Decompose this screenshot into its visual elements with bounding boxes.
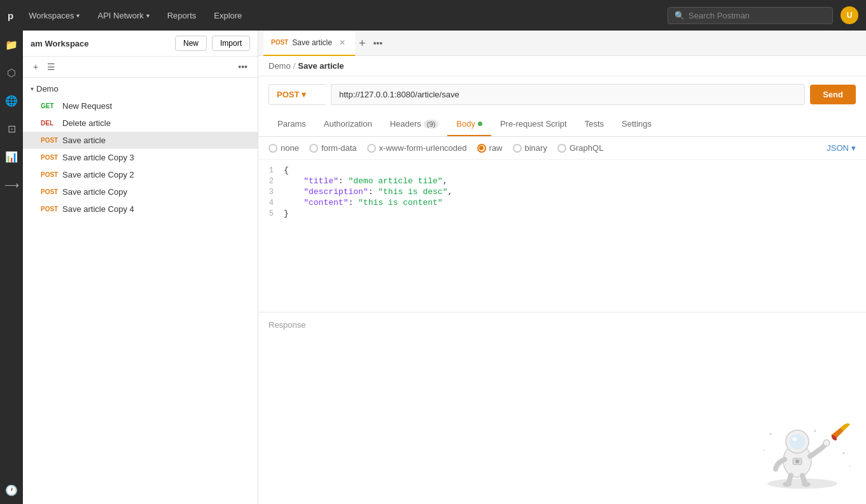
- search-bar[interactable]: 🔍 Search Postman: [667, 7, 833, 24]
- request-name: Save article Copy: [62, 187, 127, 197]
- avatar[interactable]: U: [841, 6, 858, 24]
- collection-header-demo[interactable]: ▾ Demo: [23, 80, 258, 97]
- json-format-dropdown[interactable]: JSON▾: [827, 143, 856, 153]
- line-content[interactable]: "content": "this is content": [284, 198, 866, 207]
- content-area: POST Save article ✕ + ••• Demo / Save ar…: [258, 31, 866, 504]
- line-content[interactable]: }: [284, 209, 866, 218]
- response-title: Response: [269, 320, 306, 330]
- sub-tab-headers[interactable]: Headers (9): [381, 113, 448, 136]
- sub-tab-params[interactable]: Params: [269, 113, 315, 136]
- nav-logo: p: [8, 10, 13, 21]
- filter-icon[interactable]: ☰: [45, 60, 58, 73]
- sub-tab-pre-request-script[interactable]: Pre-request Script: [491, 113, 576, 136]
- svg-point-11: [770, 433, 772, 435]
- body-option-raw[interactable]: raw: [477, 143, 503, 153]
- nav-api-network[interactable]: API Network ▾: [90, 7, 157, 24]
- body-option-x-www-form-urlencoded[interactable]: x-www-form-urlencoded: [367, 143, 467, 153]
- request-name: Save article: [62, 136, 106, 145]
- svg-point-0: [767, 479, 837, 489]
- breadcrumb-parent[interactable]: Demo: [269, 61, 291, 71]
- sidebar-request-item[interactable]: DEL Delete article: [23, 115, 258, 132]
- body-option-graphql[interactable]: GraphQL: [557, 143, 603, 153]
- sub-tab-body[interactable]: Body: [447, 113, 491, 136]
- top-nav: p Workspaces ▾ API Network ▾ Reports Exp…: [0, 0, 866, 31]
- url-input[interactable]: [331, 84, 805, 105]
- tab-close-icon[interactable]: ✕: [337, 38, 347, 48]
- mock-servers-icon[interactable]: ⊡: [3, 120, 20, 137]
- method-badge: POST: [41, 188, 59, 195]
- tab-more-icon[interactable]: •••: [369, 38, 386, 48]
- new-button[interactable]: New: [175, 36, 207, 51]
- chevron-down-icon: ▾: [31, 85, 34, 92]
- body-option-binary[interactable]: binary: [513, 143, 547, 153]
- monitors-icon[interactable]: 📊: [3, 148, 20, 165]
- environments-icon[interactable]: 🌐: [3, 92, 20, 109]
- line-content[interactable]: "description": "this is desc",: [284, 187, 866, 197]
- sidebar-request-item[interactable]: GET New Request: [23, 97, 258, 115]
- sidebar-requests: GET New Request DEL Delete article POST …: [23, 97, 258, 218]
- astronaut-illustration: [751, 409, 853, 491]
- radio-label: raw: [489, 143, 503, 153]
- request-bar: POST ▾ Send: [269, 84, 856, 105]
- sidebar-request-item[interactable]: POST Save article Copy 4: [23, 200, 258, 218]
- collection-name: Demo: [36, 84, 59, 94]
- svg-point-10: [830, 434, 837, 441]
- nav-reports[interactable]: Reports: [160, 7, 204, 24]
- breadcrumb: Demo / Save article: [258, 56, 866, 76]
- body-option-form-data[interactable]: form-data: [309, 143, 357, 153]
- method-label: POST: [277, 90, 299, 99]
- sidebar-request-item[interactable]: POST Save article Copy 2: [23, 166, 258, 183]
- sub-tab-settings[interactable]: Settings: [613, 113, 660, 136]
- line-content[interactable]: "title": "demo article tile",: [284, 176, 866, 186]
- svg-point-6: [783, 482, 792, 487]
- radio-label: x-www-form-urlencoded: [379, 143, 467, 153]
- flows-icon[interactable]: ⟶: [3, 176, 20, 193]
- line-number: 3: [258, 187, 284, 197]
- body-option-none[interactable]: none: [269, 143, 299, 153]
- code-line: 4 "content": "this is content": [258, 197, 866, 208]
- nav-workspaces[interactable]: Workspaces ▾: [21, 7, 87, 24]
- sidebar-content: ▾ Demo GET New Request DEL Delete articl…: [23, 78, 258, 504]
- request-name: Save article Copy 3: [62, 153, 134, 162]
- radio-circle: [309, 144, 318, 153]
- icon-strip: 📁 ⬡ 🌐 ⊡ 📊 ⟶ 🕐: [0, 31, 23, 504]
- code-line: 3 "description": "this is desc",: [258, 186, 866, 197]
- collections-icon[interactable]: 📁: [3, 36, 20, 53]
- line-content[interactable]: {: [284, 165, 866, 175]
- chevron-down-icon: ▾: [851, 143, 856, 153]
- history-icon[interactable]: 🕐: [3, 481, 20, 499]
- radio-circle: [477, 144, 486, 153]
- radio-circle: [269, 144, 277, 153]
- method-chevron-icon: ▾: [302, 90, 306, 99]
- tab-save-article[interactable]: POST Save article ✕: [263, 31, 355, 56]
- send-button[interactable]: Send: [810, 85, 856, 104]
- sub-tab-tests[interactable]: Tests: [576, 113, 613, 136]
- nav-explore[interactable]: Explore: [206, 7, 249, 24]
- dot-indicator: [478, 122, 482, 126]
- radio-label: form-data: [321, 143, 357, 153]
- sidebar-request-item[interactable]: POST Save article: [23, 132, 258, 149]
- sidebar: am Workspace New Import + ☰ ••• ▾ Demo G…: [23, 31, 258, 504]
- add-icon[interactable]: +: [31, 60, 41, 73]
- apis-icon[interactable]: ⬡: [3, 64, 20, 81]
- sidebar-request-item[interactable]: POST Save article Copy 3: [23, 149, 258, 166]
- new-tab-button[interactable]: +: [355, 38, 370, 49]
- import-button[interactable]: Import: [212, 36, 250, 51]
- workspace-title: am Workspace: [31, 39, 170, 48]
- radio-label: none: [281, 143, 299, 153]
- search-icon: 🔍: [674, 11, 685, 20]
- method-select[interactable]: POST ▾: [269, 84, 326, 105]
- method-badge: POST: [41, 171, 59, 178]
- line-number: 1: [258, 165, 284, 175]
- request-name: Save article Copy 4: [62, 204, 134, 214]
- more-options-icon[interactable]: •••: [235, 60, 250, 73]
- body-options: noneform-datax-www-form-urlencodedrawbin…: [258, 137, 866, 160]
- sub-tabs: ParamsAuthorizationHeaders (9)Body Pre-r…: [258, 113, 866, 137]
- method-badge: GET: [41, 102, 59, 109]
- method-badge: POST: [41, 137, 59, 144]
- radio-label: GraphQL: [569, 143, 603, 153]
- breadcrumb-separator: /: [293, 61, 296, 71]
- sidebar-request-item[interactable]: POST Save article Copy: [23, 183, 258, 200]
- code-editor[interactable]: 1{2 "title": "demo article tile",3 "desc…: [258, 160, 866, 312]
- sub-tab-authorization[interactable]: Authorization: [315, 113, 381, 136]
